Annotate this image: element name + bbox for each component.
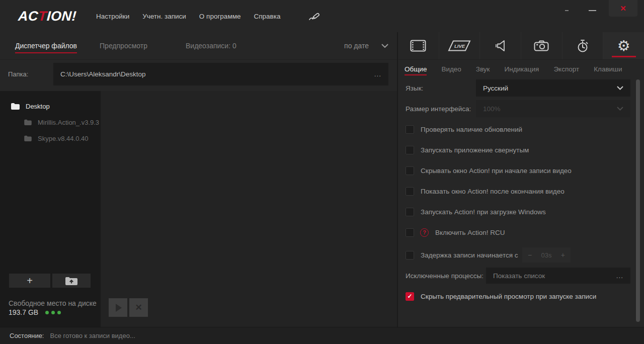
live-icon: LIVE xyxy=(448,40,471,52)
add-folder-button[interactable]: + xyxy=(9,274,50,288)
tab-audio-settings[interactable]: Звук xyxy=(476,65,490,73)
record-delay-row[interactable]: Задержка записи начинается с − 03s + xyxy=(406,247,630,263)
tab-file-manager[interactable]: Диспетчер файлов xyxy=(15,42,77,50)
delay-value: 03s xyxy=(541,251,552,259)
tray-minimize-icon[interactable] xyxy=(565,10,569,11)
ui-size-row: Размер интерфейса: 100% xyxy=(406,100,630,117)
file-manager-tabs: Диспетчер файлов Предпросмотр Видеозапис… xyxy=(0,32,397,60)
chevron-down-icon xyxy=(381,44,388,48)
action-logo: ACTION! xyxy=(18,9,77,24)
start-with-windows-row[interactable]: Запускать Action! при загрузке Windows xyxy=(406,207,630,216)
folder-icon xyxy=(24,119,32,125)
hide-on-record-row[interactable]: Скрывать окно Action! при начале записи … xyxy=(406,166,630,175)
sort-dropdown[interactable]: по дате xyxy=(344,42,388,50)
rcu-row[interactable]: ? Включить Action! RCU xyxy=(406,227,630,238)
close-icon: ✕ xyxy=(620,4,626,13)
menu-settings[interactable]: Настройки xyxy=(96,13,129,20)
tab-settings[interactable]: ⚙ xyxy=(603,32,644,59)
excluded-browse-button[interactable]: ... xyxy=(616,272,623,280)
tab-preview[interactable]: Предпросмотр xyxy=(100,42,147,50)
check-updates-checkbox[interactable] xyxy=(406,125,414,134)
tree-item[interactable]: Skype.v8.44.0.40 xyxy=(0,130,101,146)
disk-status-dots-icon xyxy=(45,311,61,314)
hide-preview-checkbox[interactable]: ✓ xyxy=(406,292,414,301)
chevron-down-icon xyxy=(617,107,623,111)
plus-button[interactable]: + xyxy=(561,251,565,259)
folder-icon xyxy=(11,103,20,110)
chevron-down-icon xyxy=(617,86,623,90)
tab-video-recording[interactable] xyxy=(398,32,439,59)
ui-size-label: Размер интерфейса: xyxy=(406,105,476,113)
tab-live-streaming[interactable]: LIVE xyxy=(439,32,480,59)
speaker-icon xyxy=(495,39,507,52)
start-minimized-row[interactable]: Запускать приложение свернутым xyxy=(406,145,630,154)
tab-timer[interactable] xyxy=(562,32,604,59)
rcu-checkbox[interactable] xyxy=(406,228,414,237)
menu-about[interactable]: О программе xyxy=(199,13,241,20)
window-controls: ✕ xyxy=(565,0,637,17)
tree-item[interactable]: Mirillis.Action_.v3.9.3 xyxy=(0,114,101,130)
hide-on-record-checkbox[interactable] xyxy=(406,166,414,175)
folder-label: Папка: xyxy=(8,70,53,78)
tree-item-desktop[interactable]: Desktop xyxy=(0,98,101,114)
pen-icon[interactable] xyxy=(308,11,323,22)
start-minimized-checkbox[interactable] xyxy=(406,146,414,154)
tab-indication[interactable]: Индикация xyxy=(505,65,539,73)
folder-path-input[interactable]: C:\Users\Aleksandr\Desktop ... xyxy=(53,63,388,85)
minimize-icon[interactable] xyxy=(589,10,596,11)
tab-video-settings[interactable]: Видео xyxy=(441,65,461,73)
svg-text:LIVE: LIVE xyxy=(454,43,465,49)
start-with-windows-checkbox[interactable] xyxy=(406,208,414,216)
file-manager-content: Desktop Mirillis.Action_.v3.9.3 xyxy=(0,91,397,327)
show-after-record-checkbox[interactable] xyxy=(406,187,414,196)
menu-accounts[interactable]: Учетн. записи xyxy=(142,13,186,20)
hide-preview-row[interactable]: ✓ Скрыть предварительный просмотр при за… xyxy=(406,292,630,301)
language-label: Язык: xyxy=(406,84,476,92)
file-list-area: ✕ xyxy=(101,91,397,327)
delay-stepper: − 03s + xyxy=(522,247,571,263)
free-space-row: 193.7 GB xyxy=(9,308,61,316)
sort-label: по дате xyxy=(344,42,369,50)
scrollbar[interactable] xyxy=(636,79,640,322)
open-folder-button[interactable] xyxy=(52,274,91,288)
settings-tabs: Общие Видео Звук Индикация Экспорт Клави… xyxy=(398,60,644,78)
tree-item-label: Skype.v8.44.0.40 xyxy=(38,135,88,142)
excluded-processes-label: Исключенные процессы: xyxy=(406,272,486,280)
menu-help[interactable]: Справка xyxy=(254,13,280,20)
status-label: Состояние: xyxy=(10,332,44,339)
browse-folder-button[interactable]: ... xyxy=(374,70,381,78)
excluded-processes-value: Показать список xyxy=(493,272,545,280)
recordings-counter: Видеозаписи: 0 xyxy=(186,42,236,50)
general-settings: Язык: Русский Размер интерфейса: 100% xyxy=(398,78,644,327)
language-select[interactable]: Русский xyxy=(476,79,630,97)
media-buttons: ✕ xyxy=(109,298,148,317)
stopwatch-icon xyxy=(576,39,589,53)
folder-icon xyxy=(24,135,32,141)
camera-icon xyxy=(534,40,549,52)
excluded-processes-field[interactable]: Показать список ... xyxy=(486,268,630,284)
plus-icon: + xyxy=(27,275,33,287)
tab-audio-recording[interactable] xyxy=(480,32,521,59)
show-after-record-row[interactable]: Показать окно Action! после окончания ви… xyxy=(406,187,630,196)
rcu-help-icon[interactable]: ? xyxy=(420,228,429,237)
close-button[interactable]: ✕ xyxy=(609,0,637,17)
tab-screenshots[interactable] xyxy=(521,32,562,59)
check-icon: ✓ xyxy=(407,293,412,299)
delete-icon: ✕ xyxy=(135,302,142,313)
tab-hotkeys[interactable]: Клавиши xyxy=(594,65,622,73)
minus-button[interactable]: − xyxy=(528,251,532,259)
language-row: Язык: Русский xyxy=(406,79,630,97)
ui-size-value: 100% xyxy=(483,105,501,113)
tab-export[interactable]: Экспорт xyxy=(553,65,579,73)
language-value: Русский xyxy=(483,84,508,92)
delete-button[interactable]: ✕ xyxy=(129,298,148,317)
play-icon xyxy=(116,304,122,312)
settings-panel: LIVE xyxy=(397,32,644,327)
record-delay-checkbox[interactable] xyxy=(406,251,414,260)
folder-row: Папка: C:\Users\Aleksandr\Desktop ... xyxy=(0,63,397,85)
check-updates-row[interactable]: Проверять наличие обновлений xyxy=(406,125,630,134)
tab-general[interactable]: Общие xyxy=(405,65,427,73)
ui-size-select[interactable]: 100% xyxy=(476,100,630,117)
play-button[interactable] xyxy=(109,298,127,317)
mode-tabs: LIVE xyxy=(398,32,644,60)
